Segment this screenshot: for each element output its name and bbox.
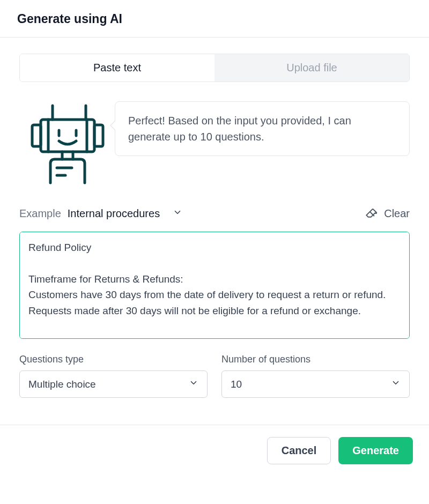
svg-rect-3 xyxy=(32,125,41,146)
cancel-button[interactable]: Cancel xyxy=(267,437,331,464)
assistant-message-text: Perfect! Based on the input you provided… xyxy=(128,115,351,143)
generate-label: Generate xyxy=(352,444,399,456)
example-selected-value: Internal procedures xyxy=(68,207,160,220)
svg-rect-4 xyxy=(94,125,103,146)
cancel-label: Cancel xyxy=(282,444,317,456)
chevron-down-icon xyxy=(391,378,401,390)
source-text-input[interactable] xyxy=(19,232,410,339)
text-input-wrap xyxy=(19,232,410,341)
controls-row: Example Internal procedures Clear xyxy=(19,205,410,222)
tab-paste-text[interactable]: Paste text xyxy=(20,54,214,81)
number-of-questions-select[interactable]: 10 xyxy=(221,370,410,398)
dialog-content: Paste text Upload file xyxy=(0,38,429,403)
questions-type-field: Questions type Multiple choice xyxy=(19,354,208,398)
chevron-down-icon xyxy=(189,378,198,390)
chevron-down-icon xyxy=(173,207,182,220)
page-title: Generate using AI xyxy=(17,12,412,26)
input-mode-tabs: Paste text Upload file xyxy=(19,54,410,82)
questions-type-label: Questions type xyxy=(19,354,208,365)
questions-type-value: Multiple choice xyxy=(28,379,96,390)
number-of-questions-field: Number of questions 10 xyxy=(221,354,410,398)
generate-button[interactable]: Generate xyxy=(338,437,413,464)
dialog-footer: Cancel Generate xyxy=(0,425,429,476)
tab-label: Upload file xyxy=(286,62,337,73)
eraser-icon xyxy=(365,205,379,222)
clear-button[interactable]: Clear xyxy=(365,205,410,222)
clear-label: Clear xyxy=(384,207,410,220)
questions-type-select[interactable]: Multiple choice xyxy=(19,370,208,398)
example-dropdown[interactable]: Internal procedures xyxy=(68,207,182,220)
dialog-header: Generate using AI xyxy=(0,0,429,38)
robot-icon xyxy=(19,101,105,189)
example-group: Example Internal procedures xyxy=(19,207,182,220)
svg-line-13 xyxy=(370,212,374,216)
number-of-questions-label: Number of questions xyxy=(221,354,410,365)
tab-upload-file[interactable]: Upload file xyxy=(214,54,409,81)
tab-label: Paste text xyxy=(93,62,141,73)
options-row: Questions type Multiple choice Number of… xyxy=(19,354,410,398)
assistant-speech-bubble: Perfect! Based on the input you provided… xyxy=(115,101,410,156)
assistant-message-row: Perfect! Based on the input you provided… xyxy=(19,101,410,189)
example-label: Example xyxy=(19,207,61,220)
number-of-questions-value: 10 xyxy=(231,379,242,390)
